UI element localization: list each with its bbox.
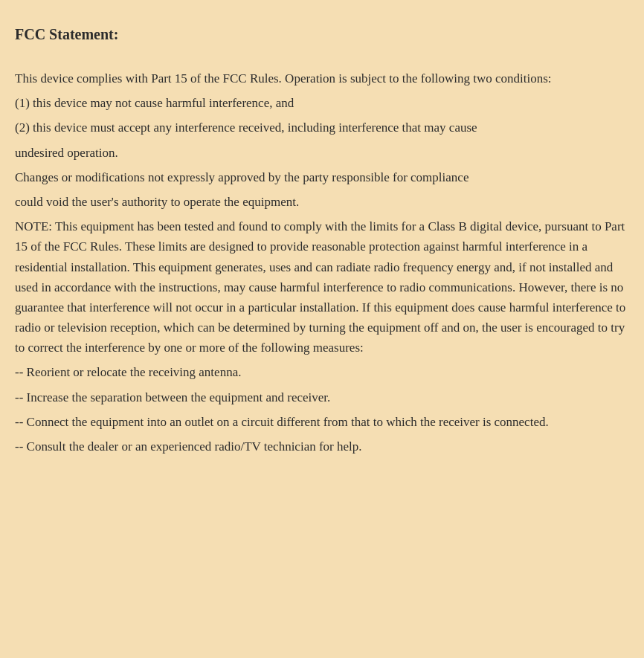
paragraph-p2: (1) this device may not cause harmful in…	[15, 93, 629, 113]
paragraph-p1: This device complies with Part 15 of the…	[15, 68, 629, 88]
paragraph-p10: -- Connect the equipment into an outlet …	[15, 412, 629, 432]
paragraph-p6: could void the user's authority to opera…	[15, 192, 629, 212]
paragraph-p11: -- Consult the dealer or an experienced …	[15, 436, 629, 457]
paragraph-p8: -- Reorient or relocate the receiving an…	[15, 362, 629, 382]
paragraph-p9: -- Increase the separation between the e…	[15, 387, 629, 407]
document-body: This device complies with Part 15 of the…	[15, 68, 629, 457]
paragraph-p5: Changes or modifications not expressly a…	[15, 167, 629, 187]
document-title: FCC Statement:	[15, 22, 629, 46]
paragraph-p7: NOTE: This equipment has been tested and…	[15, 216, 629, 358]
paragraph-p4: undesired operation.	[15, 143, 629, 163]
paragraph-p3: (2) this device must accept any interfer…	[15, 117, 629, 138]
fcc-document: FCC Statement: This device complies with…	[15, 22, 629, 457]
